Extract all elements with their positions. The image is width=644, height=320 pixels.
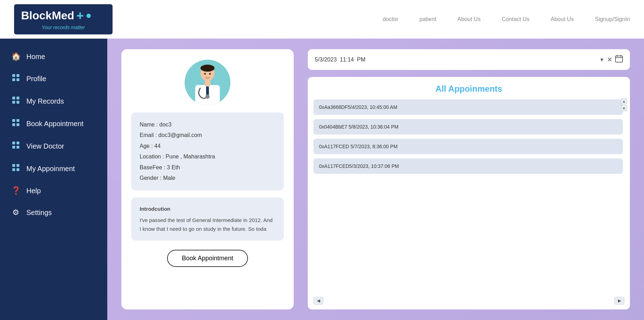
nav-contact-us[interactable]: Contact Us [502, 16, 529, 22]
main-content: Name : doc3 Email : doc3@gmail.com Age :… [107, 39, 644, 320]
date-controls: ▼ ✕ [599, 55, 623, 64]
svg-rect-14 [12, 146, 15, 149]
doctor-basefee: BaseFee : 3 Eth [140, 162, 275, 173]
svg-rect-26 [205, 80, 210, 86]
doctor-gender: Gender : Male [140, 173, 275, 183]
intro-title: Introdcution [140, 204, 275, 214]
doctor-email: Email : doc3@gmail.com [140, 130, 275, 141]
date-clear-button[interactable]: ✕ [607, 56, 612, 64]
scroll-up-button[interactable]: ▲ [621, 98, 627, 104]
nav-patient[interactable]: patient [420, 16, 436, 22]
sidebar-settings-label: Settings [26, 209, 52, 217]
svg-point-25 [205, 94, 210, 99]
svg-rect-4 [12, 97, 15, 99]
sidebar-view-doctor-label: View Doctor [26, 142, 64, 150]
date-picker-box: ▼ ✕ [308, 49, 630, 70]
svg-point-27 [204, 73, 206, 75]
svg-rect-1 [17, 74, 19, 77]
svg-rect-16 [12, 164, 15, 167]
svg-rect-18 [12, 168, 15, 171]
book-appointment-icon [11, 119, 21, 129]
appointment-item-4[interactable]: 0xA117FCED5/3/2023, 10:37:06 PM [313, 158, 623, 174]
svg-rect-7 [17, 101, 19, 104]
intro-text: I've passed the test of General Intermed… [140, 216, 275, 234]
main-layout: 🏠 Home Profile My Records Book Appointme… [0, 39, 644, 320]
nav-signup-signin[interactable]: Signup/SignIn [595, 16, 630, 22]
intro-box: Introdcution I've passed the test of Gen… [131, 197, 284, 241]
svg-rect-8 [12, 119, 15, 122]
svg-point-22 [200, 65, 215, 72]
appointment-item-2[interactable]: 0x0404BbE7 5/8/2023, 10:36:04 PM [313, 119, 623, 135]
scroll-left-button[interactable]: ◀ [313, 297, 323, 305]
svg-rect-15 [17, 146, 19, 149]
sidebar-profile-label: Profile [26, 75, 46, 83]
home-icon: 🏠 [11, 52, 21, 61]
svg-rect-29 [616, 56, 623, 62]
sidebar-item-home[interactable]: 🏠 Home [0, 46, 107, 67]
doctor-name: Name : doc3 [140, 119, 275, 130]
scroll-arrows: ◀ ▶ [313, 295, 624, 306]
sidebar-item-help[interactable]: ❓ Help [0, 180, 107, 202]
svg-rect-0 [12, 74, 15, 77]
sidebar-item-settings[interactable]: ⚙ Settings [0, 202, 107, 223]
svg-rect-3 [17, 78, 19, 81]
doctor-card: Name : doc3 Email : doc3@gmail.com Age :… [121, 49, 294, 309]
sidebar-my-appointment-label: My Appoinment [26, 165, 75, 173]
help-icon: ❓ [11, 186, 21, 195]
logo-plus-icon: + [76, 8, 84, 23]
svg-rect-11 [17, 123, 19, 126]
nav-doctor[interactable]: doctor [383, 16, 398, 22]
nav-about-us-1[interactable]: About Us [458, 16, 481, 22]
sidebar-item-my-appointment[interactable]: My Appoinment [0, 157, 107, 180]
book-appointment-button[interactable]: Book Appointment [167, 250, 248, 267]
svg-rect-17 [17, 164, 19, 167]
svg-rect-19 [17, 168, 19, 171]
date-calendar-icon[interactable] [615, 55, 623, 64]
svg-rect-6 [12, 101, 15, 104]
svg-rect-2 [12, 78, 15, 81]
date-input[interactable] [315, 57, 597, 63]
profile-icon [11, 74, 21, 84]
view-doctor-icon [11, 141, 21, 151]
logo-text: BlockMed [21, 9, 74, 22]
appointments-title: All Appoinments [313, 84, 624, 94]
right-panel: ▼ ✕ All Appoinments [308, 49, 630, 309]
sidebar-item-my-records[interactable]: My Records [0, 90, 107, 112]
sidebar-help-label: Help [26, 187, 41, 195]
appointment-item-1[interactable]: 0xAa3668DF5/4/2023, 10:45:00 AM [313, 99, 623, 115]
header: BlockMed + Your records matter doctor pa… [0, 0, 644, 39]
appointments-panel: All Appoinments ▲ ▼ 0xAa3668DF5/4/2023, … [308, 77, 630, 309]
doctor-info-box: Name : doc3 Email : doc3@gmail.com Age :… [131, 112, 284, 190]
scroll-right-button[interactable]: ▶ [614, 297, 624, 305]
logo-subtitle: Your records matter [21, 25, 106, 30]
svg-rect-13 [17, 142, 19, 144]
svg-rect-5 [17, 97, 19, 99]
sidebar-item-profile[interactable]: Profile [0, 67, 107, 90]
nav-links: doctor patient About Us Contact Us About… [383, 16, 630, 22]
nav-about-us-2[interactable]: About Us [551, 16, 574, 22]
scroll-top-indicator: ▲ ▼ [621, 98, 627, 111]
scroll-down-button[interactable]: ▼ [621, 105, 627, 111]
svg-rect-10 [12, 123, 15, 126]
appointment-item-3[interactable]: 0xA117FCED 5/7/2023, 8:36:00 PM [313, 139, 623, 154]
doctor-avatar [185, 60, 230, 105]
doctor-age: Age : 44 [140, 141, 275, 151]
sidebar-my-records-label: My Records [26, 97, 64, 105]
svg-rect-12 [12, 142, 15, 144]
sidebar-home-label: Home [26, 53, 45, 61]
sidebar-item-book-appointment[interactable]: Book Appointment [0, 112, 107, 135]
svg-rect-9 [17, 119, 19, 122]
settings-icon: ⚙ [11, 208, 21, 217]
my-records-icon [11, 96, 21, 106]
logo[interactable]: BlockMed + Your records matter [14, 4, 113, 34]
date-dropdown-arrow[interactable]: ▼ [599, 57, 604, 63]
sidebar-book-appointment-label: Book Appointment [26, 120, 83, 128]
logo-title: BlockMed + [21, 8, 106, 23]
my-appointment-icon [11, 164, 21, 174]
svg-point-28 [209, 73, 211, 75]
appointments-list: 0xAa3668DF5/4/2023, 10:45:00 AM 0x0404Bb… [313, 99, 624, 293]
logo-dot-icon [87, 14, 91, 18]
sidebar-item-view-doctor[interactable]: View Doctor [0, 135, 107, 157]
doctor-location: Location : Pune , Maharashtra [140, 151, 275, 162]
sidebar: 🏠 Home Profile My Records Book Appointme… [0, 39, 107, 320]
